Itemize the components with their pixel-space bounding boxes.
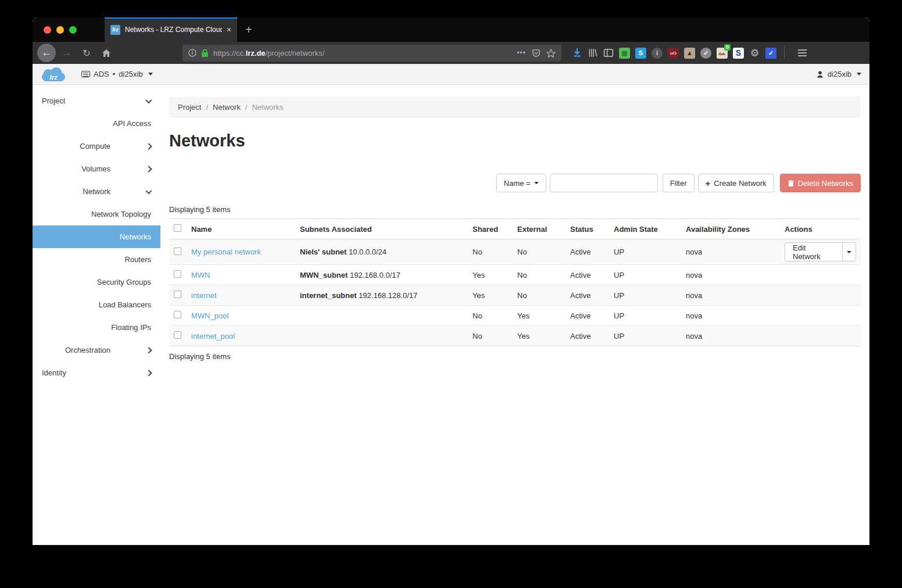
row-checkbox[interactable] [174, 248, 181, 255]
delete-networks-button[interactable]: Delete Networks [780, 174, 861, 192]
sidebar-item-network[interactable]: Network [33, 180, 160, 203]
home-button[interactable] [98, 44, 115, 62]
project-switcher[interactable]: ADS • di25xib [81, 70, 153, 78]
bookmark-star-icon[interactable] [546, 49, 556, 58]
pocket-icon[interactable] [532, 49, 541, 58]
row-actions-split-button: Edit Network [785, 242, 856, 261]
header-shared[interactable]: Shared [468, 219, 513, 239]
grid-extension-icon[interactable]: ▦ [619, 48, 630, 59]
trash-icon [788, 180, 794, 187]
forward-button[interactable]: → [58, 44, 76, 62]
url-path: /project/networks/ [266, 49, 325, 58]
sidebars-icon[interactable] [603, 48, 614, 58]
page-actions-icon[interactable]: ••• [517, 49, 526, 57]
network-link[interactable]: MWN [191, 271, 210, 279]
chevron-right-icon [145, 370, 152, 376]
chevron-down-icon [148, 73, 153, 76]
extension-badge: 0 [724, 44, 731, 51]
header-external[interactable]: External [513, 219, 565, 239]
network-link[interactable]: internet [191, 291, 216, 300]
check-circle-extension-icon[interactable]: ✓ [700, 48, 711, 59]
user-menu[interactable]: di25xib [816, 70, 861, 78]
tab-close-icon[interactable]: × [227, 25, 231, 34]
row-actions-menu-button[interactable] [843, 242, 856, 261]
sidebar-item-routers[interactable]: Routers [33, 248, 160, 271]
network-link[interactable]: MWN_pool [191, 311, 228, 320]
tab-title: Networks - LRZ Compute Cloud [125, 26, 222, 34]
sidebar-item-project[interactable]: Project [33, 89, 160, 112]
screenshot-stage: lrz Networks - LRZ Compute Cloud × + ← →… [0, 0, 902, 588]
filter-button[interactable]: Filter [663, 174, 695, 192]
table-row: MWN_pool No Yes Active UP nova [169, 306, 861, 326]
urlbar-actions: ••• [517, 49, 556, 58]
create-network-button[interactable]: +Create Network [698, 174, 774, 192]
back-button[interactable]: ← [37, 44, 56, 62]
window-controls [33, 17, 87, 42]
gear-extension-icon[interactable]: ⚙ [749, 48, 760, 59]
displaying-count-top: Displaying 5 items [169, 205, 861, 214]
user-name: di25xib [828, 70, 851, 78]
table-header-row: Name Subnets Associated Shared External … [169, 219, 861, 239]
select-all-checkbox[interactable] [174, 224, 181, 232]
network-link[interactable]: My personal network [191, 248, 261, 256]
new-tab-button[interactable]: + [237, 17, 260, 42]
project-list-icon [81, 71, 90, 77]
breadcrumb-network[interactable]: Network [213, 103, 241, 112]
chevron-right-icon [145, 347, 152, 353]
photo-extension-icon[interactable]: ▲ [684, 48, 695, 59]
table-row: internet_pool No Yes Active UP nova [169, 326, 861, 346]
row-checkbox[interactable] [174, 270, 181, 278]
site-info-icon[interactable] [188, 49, 196, 57]
sidebar-item-identity[interactable]: Identity [33, 361, 160, 384]
chevron-down-icon [145, 187, 152, 193]
badged-extension-icon[interactable]: ᨐ0 [717, 48, 728, 59]
header-name[interactable]: Name [187, 219, 295, 239]
header-admin-state[interactable]: Admin State [609, 219, 681, 239]
sidebar-item-load-balancers[interactable]: Load Balancers [33, 293, 160, 316]
filter-input[interactable] [550, 174, 658, 192]
table-row: internet internet_subnet 192.168.128.0/1… [169, 285, 861, 306]
ublock-shield-icon[interactable]: uO [668, 48, 679, 59]
sidebar-item-orchestration[interactable]: Orchestration [33, 339, 160, 361]
sidebar-item-volumes[interactable]: Volumes [33, 157, 160, 180]
edit-network-button[interactable]: Edit Network [785, 242, 843, 261]
info-extension-icon[interactable]: i [652, 48, 663, 59]
menu-button[interactable] [792, 49, 812, 56]
s-navy-extension-icon[interactable]: S [733, 48, 744, 59]
header-actions: Actions [780, 219, 861, 239]
table-row: My personal network Niels' subnet 10.0.0… [169, 239, 861, 265]
reload-button[interactable]: ↻ [78, 44, 95, 62]
horizon-header: lrz ADS • di25xib di25xib [33, 64, 869, 85]
maximize-window-button[interactable] [69, 26, 77, 34]
header-status[interactable]: Status [565, 219, 609, 239]
row-checkbox[interactable] [174, 291, 181, 298]
displaying-count-bottom: Displaying 5 items [169, 352, 861, 361]
downloads-icon[interactable] [572, 48, 582, 58]
url-bar[interactable]: https://cc.lrz.de/project/networks/ ••• [182, 45, 561, 62]
browser-titlebar: lrz Networks - LRZ Compute Cloud × + [33, 17, 869, 42]
sidebar-item-api-access[interactable]: API Access [33, 112, 160, 135]
filter-field-select[interactable]: Name = [496, 174, 546, 192]
row-checkbox[interactable] [174, 331, 181, 339]
browser-tab[interactable]: lrz Networks - LRZ Compute Cloud × [105, 17, 237, 42]
sidebar-item-security-groups[interactable]: Security Groups [33, 271, 160, 293]
sidebar-item-compute[interactable]: Compute [33, 135, 160, 157]
row-checkbox[interactable] [174, 311, 181, 318]
header-availability-zones: Availability Zones [681, 219, 780, 239]
page-body: Project API Access Compute Volumes Netwo… [33, 85, 869, 545]
sidebar-item-networks[interactable]: Networks [33, 225, 160, 248]
network-link[interactable]: internet_pool [191, 332, 235, 340]
sidebar-item-floating-ips[interactable]: Floating IPs [33, 316, 160, 339]
library-icon[interactable] [588, 48, 598, 58]
minimize-window-button[interactable] [56, 26, 64, 34]
checkbox-extension-icon[interactable]: ✓ [765, 48, 776, 59]
chevron-right-icon [145, 166, 152, 172]
breadcrumb-project[interactable]: Project [178, 103, 201, 112]
url-text: https://cc.lrz.de/project/networks/ [213, 49, 512, 58]
s-blue-extension-icon[interactable]: S [635, 48, 646, 59]
networks-table: Name Subnets Associated Shared External … [169, 218, 861, 346]
lrz-logo[interactable]: lrz [41, 67, 66, 81]
close-window-button[interactable] [44, 26, 51, 34]
sidebar-item-network-topology[interactable]: Network Topology [33, 203, 160, 225]
extension-toolbar: ▦ S i uO ▲ ✓ ᨐ0 S ⚙ ✓ [572, 47, 812, 59]
